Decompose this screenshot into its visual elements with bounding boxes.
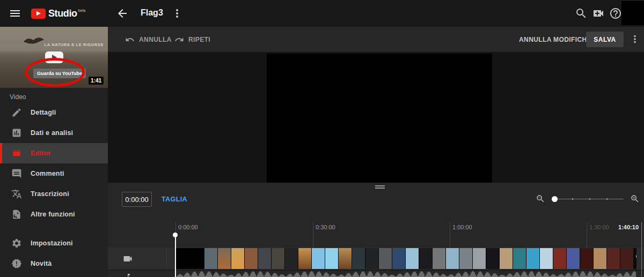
clip-thumbnail	[258, 248, 271, 269]
timeline-panel: 0:00:00 TAGLIA 0:00:000:30:001:00:001:30…	[108, 183, 644, 277]
hamburger-menu-icon[interactable]	[9, 7, 21, 20]
preview-area	[108, 52, 644, 183]
clip-thumbnail	[553, 248, 566, 269]
sidebar-item-dettagli[interactable]: Dettagli	[0, 102, 108, 123]
clip-thumbnail	[406, 248, 419, 269]
clip-thumbnail	[473, 248, 486, 269]
analytics-icon	[11, 128, 22, 138]
sidebar-item-trascrizioni[interactable]: Trascrizioni	[0, 184, 108, 204]
panel-resize-handle-icon[interactable]	[375, 185, 385, 189]
gear-icon	[11, 238, 22, 249]
zoom-out-icon[interactable]	[536, 194, 545, 204]
video-thumbnail[interactable]: LA NATURA E LE RISORSE Guarda su YouTube…	[0, 27, 108, 88]
clip-thumbnail	[298, 248, 311, 269]
clip-thumbnail	[607, 248, 620, 269]
ruler-tick	[587, 222, 587, 248]
clip-thumbnail	[486, 248, 499, 269]
undo-icon	[125, 35, 135, 44]
audio-waveform	[176, 271, 638, 277]
clip-thumbnail	[176, 248, 204, 269]
clip-thumbnail	[459, 248, 472, 269]
translate-icon	[11, 189, 22, 199]
zoom-slider-knob[interactable]	[552, 196, 558, 202]
clip-thumbnail	[620, 248, 633, 269]
timecode-input[interactable]: 0:00:00	[122, 192, 152, 207]
trim-button[interactable]: TAGLIA	[162, 196, 187, 203]
video-title: Flag3	[141, 8, 163, 18]
ruler-time-label: 1:00:00	[452, 224, 472, 230]
sidebar-item-editor[interactable]: Editor	[0, 143, 108, 163]
help-icon[interactable]	[609, 7, 622, 20]
clip-thumbnail	[325, 248, 338, 269]
thumbnail-caption: LA NATURA E LE RISORSE	[45, 42, 104, 47]
timeline-zoom-slider[interactable]	[552, 194, 627, 204]
clip-thumbnail	[540, 248, 553, 269]
video-track-clip[interactable]	[176, 248, 636, 269]
clip-thumbnail	[433, 248, 445, 269]
sidebar-item-altre-funzioni[interactable]: Altre funzioni	[0, 204, 108, 224]
clip-thumbnail	[339, 248, 352, 269]
video-player[interactable]	[267, 54, 492, 183]
clip-thumbnail	[500, 248, 513, 269]
sidebar-item-label: Trascrizioni	[31, 190, 69, 198]
back-arrow-icon[interactable]	[116, 7, 129, 20]
zoom-slider-tick	[606, 198, 608, 200]
sidebar-section-label: Video	[10, 93, 26, 101]
sidebar-item-commenti[interactable]: Commenti	[0, 163, 108, 184]
clip-thumbnail	[352, 248, 365, 269]
brand-name: Studio	[48, 7, 77, 20]
sidebar-item-label: Impostazioni	[31, 239, 73, 247]
sidebar-item-label: Novità	[31, 260, 52, 267]
undo-button[interactable]: ANNULLA	[125, 27, 172, 52]
redo-button[interactable]: RIPETI	[174, 27, 210, 52]
clip-thumbnail	[312, 248, 325, 269]
youtube-play-logo-icon	[31, 9, 46, 19]
timeline-end-marker	[641, 222, 642, 277]
sidebar-footer-menu: Impostazioni Novità	[0, 233, 108, 274]
clip-thumbnail	[231, 248, 244, 269]
redo-icon	[174, 35, 184, 44]
save-button[interactable]: SALVA	[586, 32, 624, 47]
clip-thumbnail	[204, 248, 217, 269]
discard-changes-button[interactable]: ANNULLA MODIFICHE	[519, 27, 591, 52]
sidebar-menu: Dettagli Dati e analisi Editor Commenti …	[0, 102, 108, 224]
sidebar-item-label: Altre funzioni	[31, 211, 75, 218]
search-icon[interactable]	[575, 7, 588, 20]
sidebar-item-label: Dettagli	[31, 109, 56, 116]
playhead-line	[175, 237, 176, 277]
title-kebab-menu-icon[interactable]	[171, 7, 184, 20]
clip-thumbnail	[272, 248, 284, 269]
account-avatar[interactable]	[621, 1, 644, 25]
studio-logo[interactable]: Studio beta	[31, 7, 85, 20]
new-releases-icon	[11, 258, 22, 269]
timeline-ruler[interactable]: 0:00:000:30:001:00:001:30:001:40:10	[175, 222, 644, 248]
zoom-in-icon[interactable]	[630, 194, 640, 204]
beta-badge: beta	[78, 9, 86, 12]
clip-thumbnail	[379, 248, 392, 269]
clip-thumbnail	[526, 248, 539, 269]
clip-thumbnail-endcard	[634, 248, 636, 269]
sidebar-item-impostazioni[interactable]: Impostazioni	[0, 233, 108, 253]
ruler-time-label: 0:00:00	[178, 224, 198, 230]
clip-thumbnail	[245, 248, 258, 269]
ruler-tick	[313, 222, 313, 248]
toolbar-kebab-menu-icon[interactable]	[629, 33, 641, 45]
clip-thumbnail	[419, 248, 432, 269]
sidebar-item-dati-e-analisi[interactable]: Dati e analisi	[0, 123, 108, 143]
document-search-icon	[11, 209, 22, 220]
video-track-icon	[122, 253, 133, 264]
clip-thumbnail	[594, 248, 606, 269]
clip-thumbnail	[218, 248, 231, 269]
comment-icon	[11, 168, 22, 179]
ruler-tick	[450, 222, 450, 248]
ruler-time-label: 1:30:00	[589, 224, 609, 230]
audio-track[interactable]	[108, 271, 644, 277]
sidebar: LA NATURA E LE RISORSE Guarda su YouTube…	[0, 27, 108, 277]
duration-badge: 1:41	[89, 77, 104, 85]
youtube-studio-editor: Studio beta Flag3 LA NATURA E LE RISORSE…	[0, 0, 644, 277]
sidebar-item-label: Editor	[31, 149, 50, 157]
sidebar-item-novita[interactable]: Novità	[0, 253, 108, 274]
sidebar-item-label: Commenti	[31, 170, 64, 177]
clip-thumbnail	[392, 248, 405, 269]
create-video-icon[interactable]	[592, 7, 605, 20]
